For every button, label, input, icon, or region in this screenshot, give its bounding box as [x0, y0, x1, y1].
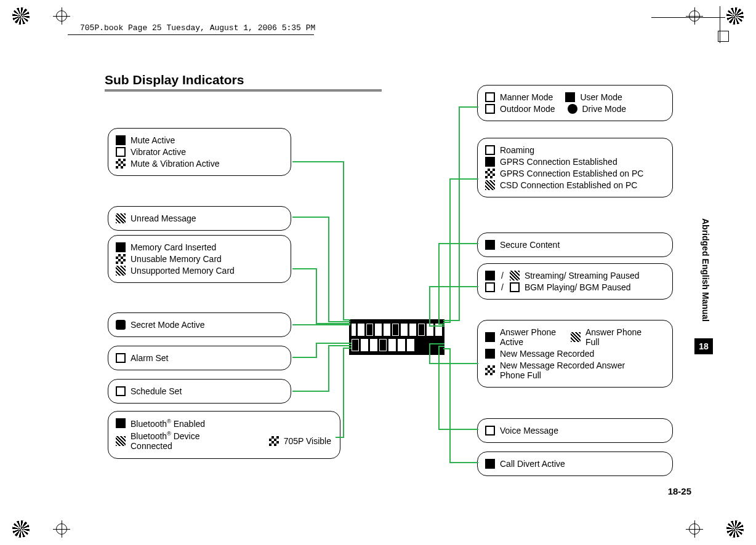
connector: [438, 243, 478, 244]
new-message-recorded-label: New Message Recorded: [500, 349, 594, 359]
streaming-icon: [485, 271, 495, 280]
unread-message-icon: [116, 213, 126, 223]
connector: [459, 106, 478, 108]
page-number: 18-25: [668, 486, 691, 496]
bubble-network: Roaming GPRS Connection Established GPRS…: [477, 138, 673, 197]
crop-pinwheel-tl: [12, 7, 30, 25]
bluetooth-enabled-icon: [116, 418, 126, 428]
mute-vibration-label: Mute & Vibration Active: [131, 159, 219, 169]
alarm-set-icon: [116, 353, 126, 363]
secret-mode-label: Secret Mode Active: [131, 320, 205, 330]
connector: [429, 363, 478, 364]
vibrator-label: Vibrator Active: [131, 147, 186, 157]
roaming-label: Roaming: [500, 145, 534, 155]
connector: [449, 348, 451, 463]
bubble-memory: Memory Card Inserted Unusable Memory Car…: [108, 235, 291, 283]
outdoor-mode-icon: [485, 104, 495, 114]
registration-mark: [53, 7, 70, 25]
connector: [429, 325, 444, 327]
outdoor-mode-label: Outdoor Mode: [500, 104, 555, 114]
connector: [429, 286, 430, 326]
memory-unusable-icon: [116, 254, 126, 264]
connector: [449, 178, 451, 322]
user-mode-icon: [565, 92, 575, 102]
bubble-unread: Unread Message: [108, 206, 291, 231]
chapter-tab: 18: [694, 338, 713, 354]
bluetooth-connected-icon: [116, 436, 126, 446]
bgm-paused-icon: [510, 282, 520, 292]
bubble-alarm: Alarm Set: [108, 346, 291, 370]
bubble-secure: Secure Content: [477, 233, 673, 257]
registration-mark: [686, 7, 703, 25]
connector: [292, 217, 329, 218]
bubble-media: / Streaming/ Streaming Paused / BGM Play…: [477, 263, 673, 300]
voice-message-label: Voice Message: [500, 426, 558, 436]
slash-icon: /: [501, 282, 504, 292]
answer-phone-active-icon: [485, 332, 495, 342]
page-title-rule: [105, 89, 382, 92]
new-message-recorded-icon: [485, 349, 495, 359]
connector: [292, 268, 317, 269]
gprs-label: GPRS Connection Established: [500, 157, 617, 167]
page-title: Sub Display Indicators: [105, 73, 244, 87]
memory-inserted-label: Memory Card Inserted: [131, 242, 216, 252]
bubble-mute: Mute Active Vibrator Active Mute & Vibra…: [108, 128, 291, 176]
call-divert-icon: [485, 459, 495, 469]
call-divert-label: Call Divert Active: [500, 459, 565, 469]
bgm-label: BGM Playing/ BGM Paused: [525, 282, 631, 292]
connector: [429, 286, 478, 287]
drive-mode-label: Drive Mode: [582, 104, 627, 114]
drive-mode-icon: [568, 104, 577, 114]
mute-vibration-icon: [116, 159, 126, 169]
vibrator-icon: [116, 147, 126, 157]
voice-message-icon: [485, 426, 495, 436]
bubble-bluetooth: Bluetooth® Enabled Bluetooth® Device Con…: [108, 411, 340, 459]
memory-unusable-label: Unusable Memory Card: [131, 254, 222, 264]
csd-pc-icon: [485, 180, 495, 190]
connector: [443, 322, 451, 323]
crop-pinwheel-bl: [12, 520, 30, 538]
connector: [443, 320, 460, 321]
mute-label: Mute Active: [131, 135, 175, 145]
alarm-set-label: Alarm Set: [131, 353, 168, 363]
connector: [292, 357, 317, 358]
bubble-secret: Secret Mode Active: [108, 312, 291, 337]
connector: [328, 345, 329, 392]
roaming-icon: [485, 145, 495, 155]
bubble-modes: Manner Mode User Mode Outdoor Mode Drive…: [477, 85, 673, 121]
manner-mode-label: Manner Mode: [500, 92, 553, 102]
connector: [449, 462, 478, 463]
registration-mark: [53, 520, 70, 538]
registration-mark: [686, 520, 703, 538]
connector: [328, 217, 329, 321]
connector: [292, 161, 344, 162]
secure-content-label: Secure Content: [500, 240, 560, 250]
connector: [429, 343, 444, 344]
bluetooth-visible-label: 705P Visible: [284, 436, 331, 446]
connector: [438, 243, 440, 324]
crop-pinwheel-br: [726, 520, 744, 538]
connector: [438, 346, 440, 430]
gprs-icon: [485, 157, 495, 167]
bubble-voice: Voice Message: [477, 418, 673, 443]
bluetooth-visible-icon: [269, 436, 279, 446]
memory-unsupported-label: Unsupported Memory Card: [131, 266, 235, 276]
connector: [343, 319, 350, 320]
connector: [343, 348, 344, 438]
streaming-label: Streaming/ Streaming Paused: [525, 271, 640, 280]
new-message-full-icon: [485, 365, 495, 375]
answer-phone-full-label: Answer Phone Full: [585, 327, 644, 347]
connector: [443, 348, 451, 349]
bubble-answer: Answer Phone Active Answer Phone Full Ne…: [477, 320, 673, 388]
secure-content-icon: [485, 240, 495, 250]
user-mode-label: User Mode: [580, 92, 622, 102]
side-section-label: Abridged English Manual: [701, 218, 710, 322]
connector: [316, 343, 317, 358]
streaming-paused-icon: [510, 271, 520, 280]
connector: [292, 391, 329, 392]
connector: [343, 348, 352, 349]
connector: [316, 268, 317, 324]
connector: [438, 346, 444, 347]
crop-square: [718, 31, 729, 42]
bluetooth-enabled-label: Bluetooth® Enabled: [131, 418, 205, 429]
